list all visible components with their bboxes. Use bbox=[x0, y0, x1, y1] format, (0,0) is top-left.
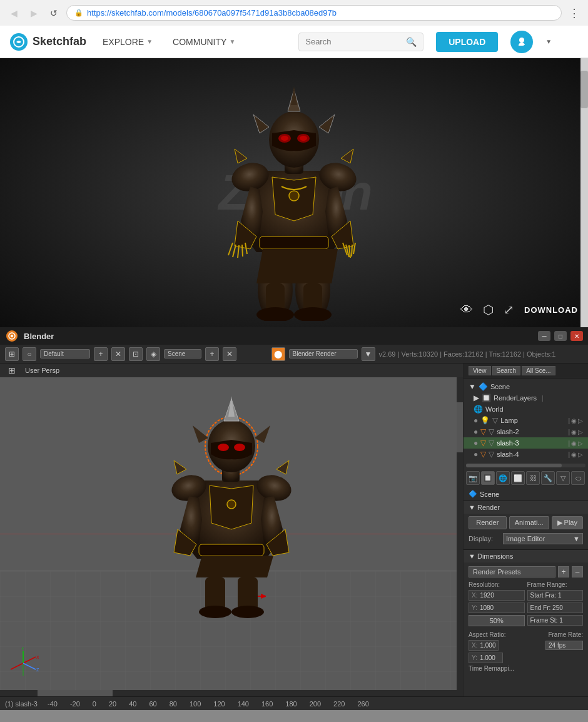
ay-label: Y: bbox=[472, 654, 477, 661]
render-presets-select[interactable]: Render Presets bbox=[469, 566, 555, 577]
tree-item-scene[interactable]: ▼ 🔷 Scene bbox=[464, 381, 588, 392]
layout-selector[interactable]: Default bbox=[40, 349, 90, 358]
url-text: https://sketchfab.com/models/680670a097f… bbox=[87, 8, 337, 18]
renderer-icon[interactable]: ⬤ bbox=[271, 347, 285, 361]
world-props-icon[interactable]: 🌐 bbox=[496, 471, 510, 485]
eye-icon-slash3: ● bbox=[474, 439, 478, 447]
browser-menu-button[interactable]: ⋮ bbox=[567, 6, 582, 21]
lamp-render-icon[interactable]: ▷ bbox=[578, 417, 583, 424]
lamp-vis-icon[interactable]: ◉ bbox=[571, 417, 577, 424]
address-bar[interactable]: 🔒 https://sketchfab.com/models/680670a09… bbox=[66, 5, 562, 21]
topbar-icon2[interactable]: ○ bbox=[23, 347, 36, 361]
render-button[interactable]: Render bbox=[469, 516, 507, 529]
scene-props-icon[interactable]: 🔲 bbox=[481, 471, 495, 485]
render-section-label: ▼ Render bbox=[469, 504, 500, 511]
scene-selector[interactable]: Scene bbox=[164, 349, 201, 358]
constraint-props-icon[interactable]: ⛓ bbox=[526, 471, 540, 485]
modifier-props-icon[interactable]: 🔧 bbox=[541, 471, 555, 485]
slash4-vis-icon[interactable]: ◉ bbox=[571, 451, 577, 458]
slash2-render-icon[interactable]: ▷ bbox=[578, 429, 583, 435]
svg-point-29 bbox=[231, 606, 264, 618]
animation-button[interactable]: Animati... bbox=[509, 516, 549, 529]
fullscreen-button[interactable]: ⤢ bbox=[504, 302, 514, 317]
viewport-scrollbar-h[interactable] bbox=[0, 690, 457, 696]
viewport-icon[interactable]: ⊞ bbox=[5, 347, 19, 361]
tree-item-slash4[interactable]: ● ▽ ▽ slash-4 | ◉ ▷ bbox=[464, 449, 588, 460]
ay-field[interactable]: Y: 1.000 bbox=[469, 653, 503, 663]
data-props-icon[interactable]: ▽ bbox=[556, 471, 570, 485]
slash4-actions: | ◉ ▷ bbox=[568, 451, 583, 458]
community-nav-item[interactable]: COMMUNITY ▼ bbox=[169, 34, 239, 49]
slash4-render-icon[interactable]: ▷ bbox=[578, 451, 583, 458]
tree-item-slash2[interactable]: ● ▽ ▽ slash-2 | ◉ ▷ bbox=[464, 426, 588, 437]
render-props-icon[interactable]: 📷 bbox=[466, 471, 480, 485]
scene-icon2[interactable]: ◈ bbox=[146, 347, 160, 361]
object-props-icon[interactable]: ⬜ bbox=[511, 471, 525, 485]
remove-preset-button[interactable]: – bbox=[572, 566, 583, 577]
tree-item-slash3[interactable]: ● ▽ ▽ slash-3 | ◉ ▷ bbox=[464, 437, 588, 449]
render-section-header[interactable]: ▼ Render bbox=[464, 501, 588, 514]
add-scene-icon[interactable]: + bbox=[205, 347, 219, 361]
tree-item-lamp[interactable]: ● 💡 ▽ Lamp | ◉ ▷ bbox=[464, 415, 588, 426]
dimensions-section-header[interactable]: ▼ Dimensions bbox=[464, 550, 588, 562]
remove-layout-icon[interactable]: ✕ bbox=[111, 347, 125, 361]
upload-button[interactable]: UPLOAD bbox=[436, 32, 498, 52]
download-button[interactable]: DOWNLOAD bbox=[524, 305, 578, 315]
tree-scrollbar[interactable] bbox=[466, 464, 585, 467]
material-props-icon[interactable]: ⬭ bbox=[571, 471, 585, 485]
minimize-button[interactable]: ─ bbox=[538, 331, 550, 341]
display-select[interactable]: Image Editor ▼ bbox=[503, 533, 583, 544]
remove-scene-icon[interactable]: ✕ bbox=[223, 347, 236, 361]
view-button[interactable]: View bbox=[469, 366, 491, 375]
percent-field[interactable]: 50% bbox=[469, 615, 525, 626]
visibility-button[interactable]: 👁 bbox=[460, 303, 473, 317]
slash2-vis-icon[interactable]: ◉ bbox=[571, 429, 577, 435]
slash3-vis-icon[interactable]: ◉ bbox=[571, 440, 577, 447]
scene-prop-icon: 🔷 bbox=[469, 490, 477, 498]
viewport[interactable]: ⊞ User Persp bbox=[0, 364, 463, 696]
search-panel-button[interactable]: Search bbox=[492, 366, 521, 375]
user-avatar[interactable] bbox=[510, 31, 533, 53]
y-label: Y: bbox=[472, 604, 477, 611]
slash3-render-icon[interactable]: ▷ bbox=[578, 440, 583, 447]
frame-5: 60 bbox=[149, 700, 156, 708]
svg-point-8 bbox=[289, 191, 299, 201]
reload-button[interactable]: ↺ bbox=[46, 6, 61, 21]
back-button[interactable]: ◀ bbox=[6, 6, 21, 21]
renderer-arrow[interactable]: ▼ bbox=[362, 347, 375, 361]
search-icon[interactable]: 🔍 bbox=[406, 37, 417, 47]
close-button[interactable]: ✕ bbox=[570, 331, 583, 341]
x-value: 1920 bbox=[480, 592, 494, 599]
scene-icon[interactable]: ⊡ bbox=[129, 347, 143, 361]
maximize-button[interactable]: □ bbox=[554, 331, 567, 341]
x-resolution-field[interactable]: X: 1920 bbox=[469, 590, 525, 601]
add-layout-icon[interactable]: + bbox=[94, 347, 108, 361]
y-resolution-field[interactable]: Y: 1080 bbox=[469, 603, 525, 613]
viewport-scrollbar-v[interactable] bbox=[457, 377, 463, 696]
scrollbar-right[interactable] bbox=[580, 58, 588, 327]
user-dropdown-icon[interactable]: ▼ bbox=[545, 38, 552, 45]
ax-field[interactable]: X: 1.000 bbox=[469, 640, 499, 651]
tree-item-renderlayers[interactable]: ▶ 🔲 RenderLayers | bbox=[464, 392, 588, 404]
tree-item-world[interactable]: 🌐 World bbox=[464, 404, 588, 415]
search-input[interactable] bbox=[305, 37, 406, 46]
cube-button[interactable]: ⬡ bbox=[483, 302, 494, 317]
browser-chrome: ◀ ▶ ↺ 🔒 https://sketchfab.com/models/680… bbox=[0, 0, 588, 26]
all-scenes-button[interactable]: All Sce... bbox=[522, 366, 555, 375]
start-frame-field[interactable]: Start Fra: 1 bbox=[527, 590, 584, 601]
search-box[interactable]: 🔍 bbox=[298, 33, 423, 51]
blender-topbar: ⊞ ○ Default + ✕ ⊡ ◈ Scene + ✕ ⬤ Blender … bbox=[0, 345, 588, 364]
slash3-actions: | ◉ ▷ bbox=[568, 440, 583, 447]
fps-select[interactable]: 24 fps bbox=[545, 641, 583, 650]
renderer-selector[interactable]: Blender Render bbox=[289, 349, 358, 358]
explore-nav-item[interactable]: EXPLORE ▼ bbox=[99, 34, 156, 49]
add-preset-button[interactable]: + bbox=[558, 566, 569, 577]
end-frame-field[interactable]: End Fr: 250 bbox=[527, 603, 584, 613]
frame-step-field[interactable]: Frame St: 1 bbox=[527, 615, 584, 626]
slash4-pipe: | bbox=[568, 451, 570, 458]
sketchfab-logo[interactable]: Sketchfab bbox=[10, 33, 86, 51]
play-button[interactable]: ▶ Play bbox=[552, 516, 583, 529]
viewport-menu-icon[interactable]: ⊞ bbox=[5, 364, 19, 377]
forward-button[interactable]: ▶ bbox=[26, 6, 41, 21]
sketchfab-nav: Sketchfab EXPLORE ▼ COMMUNITY ▼ 🔍 UPLOAD… bbox=[0, 26, 588, 58]
